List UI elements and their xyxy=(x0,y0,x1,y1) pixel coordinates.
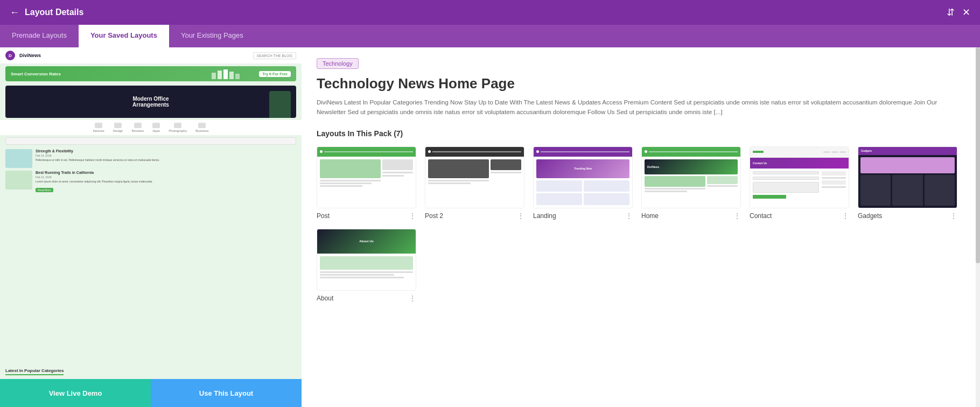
thumb-post-dot xyxy=(320,150,323,153)
business-nav-label: Business xyxy=(195,129,208,132)
sort-button[interactable]: ⇵ xyxy=(947,6,955,18)
preview-nav-photography: Photography xyxy=(169,123,187,132)
thumb-contact-header xyxy=(750,147,849,158)
thumb-about-text xyxy=(320,271,413,278)
preview-search-bar xyxy=(5,137,296,145)
layout-thumb-more-about[interactable]: ⋮ xyxy=(409,294,416,303)
tab-premade[interactable]: Premade Layouts xyxy=(0,25,79,47)
tabs-bar: Premade Layouts Your Saved Layouts Your … xyxy=(0,25,980,47)
layout-thumb-home: DiviNews xyxy=(641,146,741,220)
apps-nav-label: Apps xyxy=(152,129,160,132)
layout-thumb-more-post[interactable]: ⋮ xyxy=(409,212,416,220)
layout-thumb-name-post: Post xyxy=(317,212,330,220)
reviews-nav-icon xyxy=(134,123,142,128)
layout-thumb-name-landing: Landing xyxy=(533,212,556,220)
thumb-side-line xyxy=(382,175,404,177)
preview-article-2: Best Running Trails in California Feb 12… xyxy=(5,171,296,193)
layout-thumb-gadgets: Gadgets Gadgets xyxy=(858,146,957,220)
preview-logo-icon: D xyxy=(5,51,15,60)
layout-thumb-more-contact[interactable]: ⋮ xyxy=(842,212,849,220)
thumb-post2-text xyxy=(428,180,489,184)
thumb-gadgets-body xyxy=(858,155,957,208)
preview-nav-business: Business xyxy=(195,123,208,132)
thumb-info-line1 xyxy=(822,177,846,179)
layout-thumb-more-post2[interactable]: ⋮ xyxy=(517,212,524,220)
layout-thumb-footer-post2: Post 2 ⋮ xyxy=(425,212,524,220)
preview-hero-text: Modern OfficeArrangements xyxy=(132,96,169,108)
layout-thumb-more-home[interactable]: ⋮ xyxy=(733,212,741,220)
preview-article-title-1: Strength & Flexibility xyxy=(36,149,296,153)
layout-thumb-about: About Us About ⋮ xyxy=(317,229,416,303)
preview-website: D DiviNews SEARCH THE BLOG Smart Convers… xyxy=(0,47,302,379)
thumb-about-img xyxy=(320,256,413,270)
thumb-gadgets-card3 xyxy=(925,175,955,206)
layout-thumb-footer-about: About ⋮ xyxy=(317,294,416,303)
thumb-landing-header xyxy=(534,147,632,157)
preview-hero-img xyxy=(269,91,291,118)
thumb-line xyxy=(428,180,489,181)
photography-nav-label: Photography xyxy=(169,129,187,132)
layout-thumb-img-about: About Us xyxy=(317,229,416,291)
thumb-contact-nav-item xyxy=(831,151,838,153)
header-right: ⇵ ✕ xyxy=(947,6,970,18)
preview-article-body-1: Pellentesque ut nibh in est. Pellentesqu… xyxy=(36,158,296,162)
svg-rect-2 xyxy=(223,69,228,79)
close-button[interactable]: ✕ xyxy=(962,6,970,18)
preview-buttons: View Live Demo Use This Layout xyxy=(0,379,302,407)
use-layout-button[interactable]: Use This Layout xyxy=(151,379,302,407)
thumb-contact-banner: Contact Us xyxy=(750,158,849,169)
layout-thumb-img-post2 xyxy=(425,146,524,208)
apps-nav-icon xyxy=(152,123,160,128)
thumb-contact-logo xyxy=(753,151,764,153)
preview-nav-apps: Apps xyxy=(152,123,160,132)
view-demo-button[interactable]: View Live Demo xyxy=(0,379,151,407)
svg-rect-3 xyxy=(229,72,234,79)
main-content: D DiviNews SEARCH THE BLOG Smart Convers… xyxy=(0,47,980,407)
thumb-contact-nav-item xyxy=(823,151,830,153)
thumb-home-side-line xyxy=(707,185,738,187)
thumb-info-line2 xyxy=(822,186,846,188)
preview-ad-chart: Try It For Free xyxy=(211,68,291,79)
thumb-home-side xyxy=(707,176,738,192)
thumb-home-header xyxy=(642,147,740,157)
layout-thumb-landing: Trending Now Landing ⋮ xyxy=(533,146,633,220)
preview-nav-row: Devices Design Reviews Apps xyxy=(0,120,302,135)
layout-title: Technology News Home Page xyxy=(317,75,965,92)
tab-saved[interactable]: Your Saved Layouts xyxy=(79,25,169,47)
thumb-post-side xyxy=(382,159,413,205)
category-badge: Technology xyxy=(317,58,359,69)
preview-ad-btn[interactable]: Try It For Free xyxy=(259,71,291,77)
thumb-contact-form xyxy=(753,171,819,205)
thumb-post2-line xyxy=(432,151,521,152)
thumb-home-side-img xyxy=(707,176,738,184)
preview-popular-title: Latest In Popular Categories xyxy=(5,368,64,375)
layout-thumb-more-gadgets[interactable]: ⋮ xyxy=(950,212,957,220)
thumb-contact-body xyxy=(750,169,849,208)
thumb-about-line3 xyxy=(320,277,404,278)
preview-ad-banner: Smart Conversion Rates Try It For Free xyxy=(5,66,296,81)
preview-read-more-2[interactable]: Read More xyxy=(36,188,53,192)
thumb-contact-nav-item xyxy=(839,151,846,153)
scrollbar-track xyxy=(976,47,980,407)
tab-existing[interactable]: Your Existing Pages xyxy=(169,25,255,47)
thumb-gadgets-preview: Gadgets xyxy=(858,147,957,208)
preview-hero: Modern OfficeArrangements xyxy=(5,86,296,118)
layout-thumb-footer-contact: Contact ⋮ xyxy=(750,212,849,220)
scrollbar-thumb[interactable] xyxy=(976,47,980,263)
thumb-landing-dot xyxy=(536,150,539,153)
back-button[interactable]: ← xyxy=(10,7,19,18)
thumb-info-block2 xyxy=(822,180,846,185)
preview-nav-reviews: Reviews xyxy=(131,123,144,132)
thumb-home-main xyxy=(645,176,705,192)
design-nav-icon xyxy=(114,123,122,128)
thumb-gadgets-card2 xyxy=(892,175,922,206)
layout-thumb-name-gadgets: Gadgets xyxy=(858,212,882,220)
layout-thumb-img-home: DiviNews xyxy=(641,146,741,208)
thumb-contact-submit xyxy=(753,195,786,199)
layout-thumb-post2: Post 2 ⋮ xyxy=(425,146,524,220)
thumb-landing-card4 xyxy=(584,193,629,205)
layout-thumb-name-about: About xyxy=(317,294,333,302)
layout-thumb-more-landing[interactable]: ⋮ xyxy=(625,212,633,220)
layout-thumb-name-home: Home xyxy=(641,212,659,220)
thumb-contact-nav xyxy=(823,151,846,153)
